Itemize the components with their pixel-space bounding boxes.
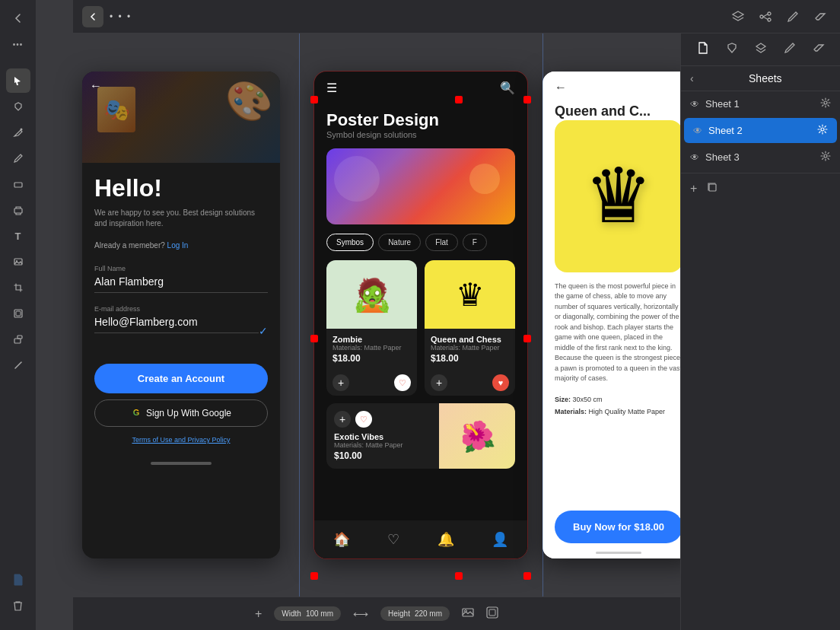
frame-settings-button[interactable] [486,606,498,621]
sheet-item-3[interactable]: 👁 Sheet 3 [681,145,840,170]
top-more-menu[interactable]: • • • [110,11,132,22]
login-link[interactable]: Log In [167,241,189,250]
full-name-value[interactable]: Alan Flamberg [94,275,268,293]
sheet-2-visibility-icon[interactable]: 👁 [693,126,702,136]
product-description: The queen is the most powerful piece in … [542,272,695,393]
search-icon[interactable]: 🔍 [500,81,515,95]
pen-tool[interactable] [6,120,30,145]
svg-point-0 [20,129,22,131]
sheet-3-settings-icon[interactable] [820,151,831,164]
print-tool[interactable] [6,198,30,222]
duplicate-sheet-button[interactable] [706,181,718,196]
product-detail-content: ← Queen and C... ♛ The queen is the most… [542,72,695,558]
sheet-2-settings-icon[interactable] [817,124,828,137]
sheet-1-visibility-icon[interactable]: 👁 [690,99,699,110]
svg-rect-19 [709,184,716,191]
sheets-bottom-actions: + [681,173,840,203]
panel-eraser-icon[interactable] [812,41,826,58]
queen-price: $18.00 [431,353,509,364]
filter-symbos[interactable]: Symbos [326,234,374,251]
hero-banner [326,148,515,224]
exotic-card[interactable]: + ♡ Exotic Vibes Materials: Matte Paper … [326,403,515,469]
nav-heart-icon[interactable]: ♡ [387,531,399,548]
queen-card[interactable]: ♛ Queen and Chess Materials: Matte Paper… [425,260,515,396]
top-nodes-icon[interactable] [755,6,776,27]
image-settings-button[interactable] [462,606,474,621]
sheet-1-settings-icon[interactable] [820,97,831,110]
right-panel: ‹ Sheets 👁 Sheet 1 👁 Sheet 2 [680,33,840,630]
selection-handle-ml [310,335,318,342]
pointer-tool[interactable] [6,68,30,93]
filter-more[interactable]: F [463,234,487,251]
product-title: Queen and C... [542,103,695,120]
exotic-heart-button[interactable]: ♡ [355,411,372,428]
sheets-back-button[interactable]: ‹ [690,72,694,84]
panel-pencil-icon[interactable] [783,41,797,58]
nav-home-icon[interactable]: 🏠 [333,531,350,548]
queen-material: Materials: Matte Paper [431,344,509,352]
zombie-card[interactable]: 🧟 Zombie Materials: Matte Paper $18.00 +… [326,260,417,396]
nav-bell-icon[interactable]: 🔔 [438,531,454,548]
more-options[interactable]: ••• [6,32,30,56]
line-tool[interactable] [6,353,30,377]
queen-heart-button[interactable]: ♥ [492,374,509,391]
top-pencil-icon[interactable] [782,6,803,27]
file-icon[interactable] [6,568,30,592]
shape-tool[interactable] [6,327,30,352]
svg-rect-12 [463,609,473,616]
pencil-tool[interactable] [6,146,30,170]
panel-anchor-icon[interactable] [725,41,739,58]
selection-handle-bc [455,572,463,580]
frame-product-detail: ← Queen and C... ♛ The queen is the most… [542,72,695,558]
queen-add-button[interactable]: + [431,374,447,391]
zombie-card-actions: + ♡ [326,370,417,396]
add-sheet-button[interactable]: + [690,182,697,196]
text-tool[interactable]: T [6,224,30,248]
email-check-icon: ✓ [259,325,268,337]
google-logo: G [131,408,142,418]
sheet-item-1[interactable]: 👁 Sheet 1 [681,91,840,116]
product-back-button[interactable]: ← [555,81,567,94]
nav-profile-icon[interactable]: 👤 [492,531,508,548]
email-field-row: Hello@Flamberg.com ✓ [94,316,268,345]
anchor-tool[interactable] [6,94,30,119]
email-value[interactable]: Hello@Flamberg.com [94,316,259,333]
panel-layers-icon[interactable] [754,41,768,58]
frame-tool[interactable] [6,301,30,326]
top-layers-icon[interactable] [727,6,749,27]
registration-subtitle: We are happy to see you. Best design sol… [94,208,268,229]
create-account-button[interactable]: Create an Account [94,364,268,393]
bottom-add-button[interactable]: + [255,607,262,621]
panel-document-icon[interactable] [696,41,710,58]
crop-tool[interactable] [6,275,30,300]
top-bar: • • • [73,0,840,33]
sheet-3-visibility-icon[interactable]: 👁 [690,152,699,163]
image-tool[interactable] [6,250,30,274]
poster-subtitle: Symbol design solutions [326,130,515,139]
sheet-item-2[interactable]: 👁 Sheet 2 [684,118,837,143]
top-eraser-icon[interactable] [810,6,831,27]
eraser-tool[interactable] [6,172,30,196]
buy-now-button[interactable]: Buy Now for $18.00 [555,511,682,543]
google-signup-button[interactable]: G Sign Up With Google [94,399,268,427]
home-indicator-3 [596,552,641,554]
sheet-3-name: Sheet 3 [705,151,814,163]
filter-flat[interactable]: Flat [425,234,458,251]
product-size: Size: 30x50 cm [555,393,682,406]
back-button[interactable] [6,6,30,30]
selection-handle-mr [523,335,531,342]
link-dimensions-button[interactable]: ⟷ [353,608,368,620]
width-control[interactable]: Width 100 mm [274,606,341,621]
filter-nature[interactable]: Nature [378,234,421,251]
zombie-heart-button[interactable]: ♡ [394,374,411,391]
selection-handle-bl [310,572,318,580]
zombie-add-button[interactable]: + [332,374,349,391]
height-control[interactable]: Height 220 mm [380,606,450,621]
registration-header-image: ← 🎭 🎨 [82,72,280,163]
zombie-price: $18.00 [332,353,411,364]
exotic-add-button[interactable]: + [334,411,351,428]
terms-link[interactable]: Terms of Use and Privacy Policy [94,436,268,444]
hamburger-icon[interactable]: ☰ [326,81,337,95]
top-back-button[interactable] [82,6,103,27]
trash-icon[interactable] [6,593,30,618]
